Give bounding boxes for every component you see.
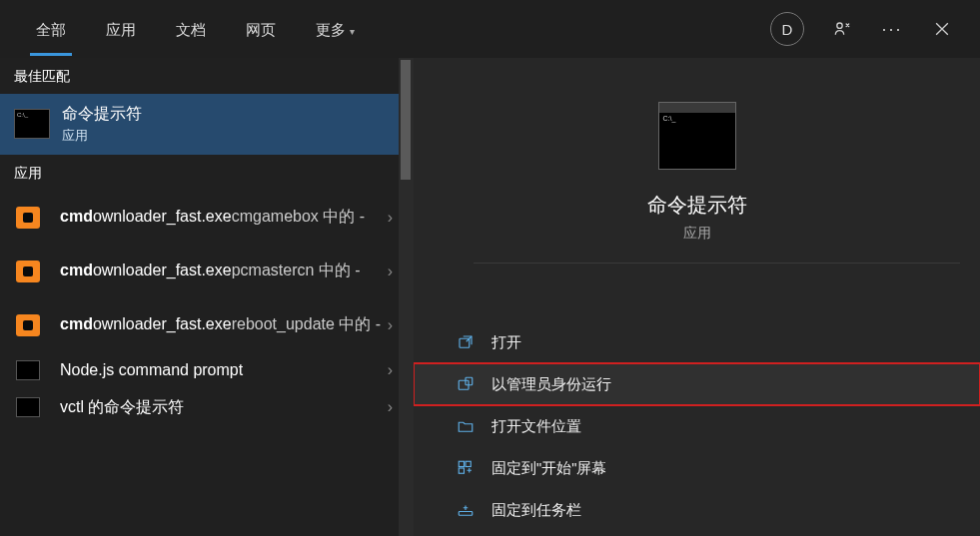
action-label: 打开 <box>491 333 521 352</box>
action-run-as-admin[interactable]: 以管理员身份运行 <box>414 363 980 405</box>
preview-subtitle: 应用 <box>683 225 711 243</box>
chevron-right-icon[interactable]: › <box>382 316 399 334</box>
tab-all-label: 全部 <box>36 21 66 38</box>
result-text: cmdownloader_fast.execmgamebox 中的 - <box>60 207 382 228</box>
section-apps: 应用 <box>0 155 413 191</box>
divider <box>474 263 960 264</box>
action-pin-taskbar[interactable]: 固定到任务栏 <box>414 489 980 531</box>
result-title: cmdownloader_fast.exepcmastercn 中的 - <box>60 261 382 281</box>
result-text: cmdownloader_fast.exepcmastercn 中的 - <box>60 261 382 281</box>
result-best-match[interactable]: C:\_ 命令提示符 应用 <box>0 94 413 155</box>
result-vctl[interactable]: vctl 的命令提示符 › <box>0 389 413 426</box>
open-icon <box>456 332 476 352</box>
result-app-1[interactable]: cmdownloader_fast.exepcmastercn 中的 - › <box>0 245 413 298</box>
action-label: 以管理员身份运行 <box>491 375 611 394</box>
tab-apps-label: 应用 <box>106 21 136 38</box>
shield-icon <box>456 374 476 394</box>
main-area: 最佳匹配 C:\_ 命令提示符 应用 应用 cmdownloader_fast.… <box>0 58 980 536</box>
tab-docs-label: 文档 <box>176 21 206 38</box>
top-right-controls: D ··· <box>770 12 964 46</box>
result-title: Node.js command prompt <box>60 360 382 381</box>
tab-web-label: 网页 <box>246 21 276 38</box>
action-pin-start[interactable]: 固定到"开始"屏幕 <box>414 447 980 489</box>
chevron-right-icon[interactable]: › <box>382 263 399 280</box>
top-bar: 全部 应用 文档 网页 更多▾ D ··· <box>0 0 980 58</box>
chevron-right-icon[interactable]: › <box>382 209 399 227</box>
search-tabs: 全部 应用 文档 网页 更多▾ <box>16 3 375 56</box>
pin-taskbar-icon <box>456 500 476 520</box>
result-subtitle: 应用 <box>62 127 399 145</box>
terminal-icon <box>16 360 40 380</box>
scrollbar[interactable] <box>399 58 413 536</box>
svg-rect-7 <box>459 512 473 516</box>
action-label: 打开文件位置 <box>491 417 581 436</box>
app-icon <box>16 261 40 282</box>
result-app-0[interactable]: cmdownloader_fast.execmgamebox 中的 - › <box>0 191 413 245</box>
close-icon[interactable] <box>930 17 954 41</box>
more-options-icon[interactable]: ··· <box>880 17 904 41</box>
scroll-thumb[interactable] <box>401 60 411 180</box>
tab-docs[interactable]: 文档 <box>156 3 226 56</box>
preview-cmd-icon: C:\_ <box>658 102 736 170</box>
result-title: 命令提示符 <box>62 104 399 125</box>
result-text: Node.js command prompt <box>60 360 382 381</box>
preview-block: C:\_ 命令提示符 应用 <box>647 102 747 243</box>
app-icon <box>16 314 40 336</box>
result-text: vctl 的命令提示符 <box>60 397 382 418</box>
tab-web[interactable]: 网页 <box>226 3 296 56</box>
feedback-icon[interactable] <box>830 17 854 41</box>
section-best-match: 最佳匹配 <box>0 58 413 94</box>
preview-pane: C:\_ 命令提示符 应用 打开 以管理员身份运行 <box>414 58 980 536</box>
action-label: 固定到任务栏 <box>491 501 581 520</box>
result-title: vctl 的命令提示符 <box>60 397 382 418</box>
result-nodejs[interactable]: Node.js command prompt › <box>0 352 413 389</box>
svg-point-0 <box>837 23 842 28</box>
svg-rect-4 <box>459 461 464 466</box>
action-label: 固定到"开始"屏幕 <box>491 459 606 478</box>
action-open-location[interactable]: 打开文件位置 <box>414 405 980 447</box>
app-icon <box>16 207 40 229</box>
result-title: cmdownloader_fast.exereboot_update 中的 - <box>60 314 382 335</box>
result-app-2[interactable]: cmdownloader_fast.exereboot_update 中的 - … <box>0 298 413 352</box>
svg-rect-5 <box>466 461 471 466</box>
user-avatar[interactable]: D <box>770 12 804 46</box>
tab-more-label: 更多 <box>316 21 346 38</box>
chevron-right-icon[interactable]: › <box>382 398 399 416</box>
preview-title: 命令提示符 <box>647 192 747 219</box>
chevron-down-icon: ▾ <box>350 26 355 37</box>
folder-icon <box>456 416 476 436</box>
terminal-icon <box>16 397 40 417</box>
cmd-icon: C:\_ <box>14 109 50 139</box>
pin-start-icon <box>456 458 476 478</box>
tab-apps[interactable]: 应用 <box>86 3 156 56</box>
result-text: 命令提示符 应用 <box>62 104 399 145</box>
tab-all[interactable]: 全部 <box>16 3 86 56</box>
result-text: cmdownloader_fast.exereboot_update 中的 - <box>60 314 382 335</box>
actions-list: 打开 以管理员身份运行 打开文件位置 固定到"开始"屏幕 <box>414 321 980 531</box>
svg-rect-6 <box>459 468 464 473</box>
tab-more[interactable]: 更多▾ <box>296 3 375 56</box>
results-pane: 最佳匹配 C:\_ 命令提示符 应用 应用 cmdownloader_fast.… <box>0 58 414 536</box>
action-open[interactable]: 打开 <box>414 321 980 363</box>
chevron-right-icon[interactable]: › <box>382 361 399 379</box>
result-title: cmdownloader_fast.execmgamebox 中的 - <box>60 207 382 228</box>
avatar-letter: D <box>782 21 793 38</box>
